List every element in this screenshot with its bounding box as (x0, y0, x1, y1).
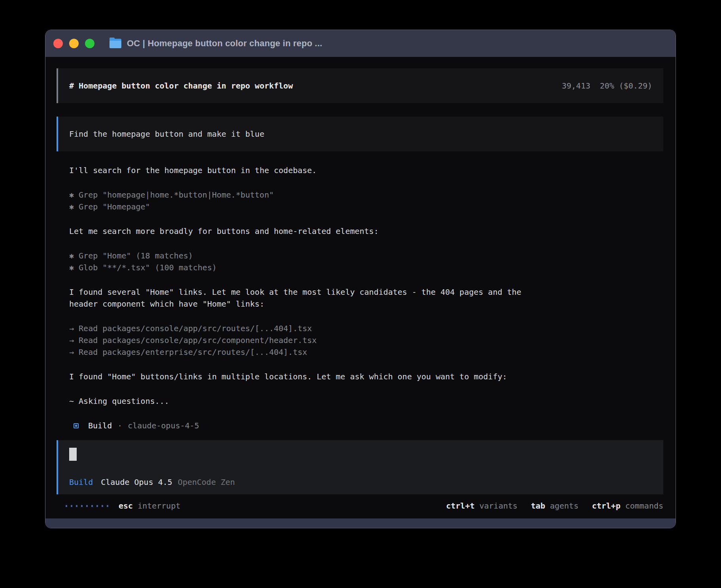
tool-call: ✱Glob "**/*.tsx" (100 matches) (69, 262, 663, 273)
input-meta-row: Build Claude Opus 4.5 OpenCode Zen (69, 476, 652, 488)
folder-icon (109, 39, 121, 48)
agent-name: Build (88, 420, 112, 432)
session-header: # Homepage button color change in repo w… (57, 68, 663, 103)
tool-call-text: Grep "Homepage" (79, 202, 150, 211)
assistant-working-message: ~ Asking questions... (69, 395, 663, 407)
agent-status-line: Build · claude-opus-4-5 (69, 420, 663, 432)
assistant-message: I found "Home" buttons/links in multiple… (69, 371, 663, 383)
tool-call-text: Glob "**/*.tsx" (100 matches) (79, 263, 217, 272)
input-provider-label: OpenCode Zen (178, 476, 235, 488)
title-bar: OC | Homepage button color change in rep… (45, 30, 676, 57)
tool-call: →Read packages/enterprise/src/routes/[..… (69, 346, 663, 358)
footer-left: esc interrupt (66, 500, 181, 512)
asterisk-bullet-icon: ✱ (69, 262, 74, 273)
arrow-right-icon: → (69, 322, 74, 334)
zoom-button[interactable] (85, 39, 94, 48)
tool-call-text: Grep "Home" (18 matches) (79, 251, 193, 260)
session-stats: 39,413 20% ($0.29) (562, 80, 652, 92)
text-cursor (69, 448, 77, 461)
tool-call-group: ✱Grep "homepage|home.*button|Home.*butto… (69, 189, 663, 213)
arrow-right-icon: → (69, 334, 74, 346)
tool-call-group: ✱Grep "Home" (18 matches) ✱Glob "**/*.ts… (69, 250, 663, 273)
asterisk-bullet-icon: ✱ (69, 189, 74, 201)
asterisk-bullet-icon: ✱ (69, 201, 74, 213)
terminal-window: OC | Homepage button color change in rep… (45, 30, 676, 528)
window-bottom-strip (45, 518, 676, 528)
minimize-button[interactable] (69, 39, 79, 48)
agent-square-icon (74, 423, 79, 428)
input-agent-label[interactable]: Build (69, 476, 93, 488)
assistant-message: I found several "Home" links. Let me loo… (69, 286, 663, 310)
tool-call: ✱Grep "Home" (18 matches) (69, 250, 663, 262)
assistant-message: Let me search more broadly for buttons a… (69, 225, 663, 237)
tool-call-text: Read packages/console/app/src/routes/[..… (79, 324, 312, 333)
shortcut-commands: ctrl+p commands (592, 500, 663, 512)
assistant-message: I'll search for the homepage button in t… (69, 164, 663, 176)
session-title: # Homepage button color change in repo w… (69, 80, 293, 92)
status-footer: esc interrupt ctrl+t variants tab agents… (57, 500, 663, 512)
separator-dot: · (117, 420, 122, 432)
asterisk-bullet-icon: ✱ (69, 250, 74, 262)
window-title: OC | Homepage button color change in rep… (127, 38, 322, 49)
esc-key-label: interrupt (138, 500, 180, 512)
spinner-dots (66, 505, 112, 507)
tool-call: →Read packages/console/app/src/routes/[.… (69, 322, 663, 334)
footer-shortcuts: ctrl+t variants tab agents ctrl+p comman… (432, 500, 663, 512)
arrow-right-icon: → (69, 346, 74, 358)
tool-call-group: →Read packages/console/app/src/routes/[.… (69, 322, 663, 358)
prompt-input[interactable]: Build Claude Opus 4.5 OpenCode Zen (57, 440, 663, 494)
tool-call-text: Grep "homepage|home.*button|Home.*button… (79, 190, 274, 200)
model-name: claude-opus-4-5 (128, 420, 199, 432)
terminal-content: # Homepage button color change in repo w… (45, 57, 676, 518)
tool-call: →Read packages/console/app/src/component… (69, 334, 663, 346)
input-model-label[interactable]: Claude Opus 4.5 (101, 476, 172, 488)
close-button[interactable] (53, 39, 63, 48)
user-message: Find the homepage button and make it blu… (57, 117, 663, 151)
tool-call-text: Read packages/enterprise/src/routes/[...… (79, 347, 307, 357)
esc-key-hint: esc (119, 500, 133, 512)
tool-call: ✱Grep "homepage|home.*button|Home.*butto… (69, 189, 663, 201)
tool-call-text: Read packages/console/app/src/component/… (79, 335, 317, 345)
shortcut-agents: tab agents (531, 500, 578, 512)
shortcut-variants: ctrl+t variants (446, 500, 517, 512)
tool-call: ✱Grep "Homepage" (69, 201, 663, 213)
conversation: I'll search for the homepage button in t… (69, 164, 663, 432)
traffic-lights (53, 39, 94, 48)
